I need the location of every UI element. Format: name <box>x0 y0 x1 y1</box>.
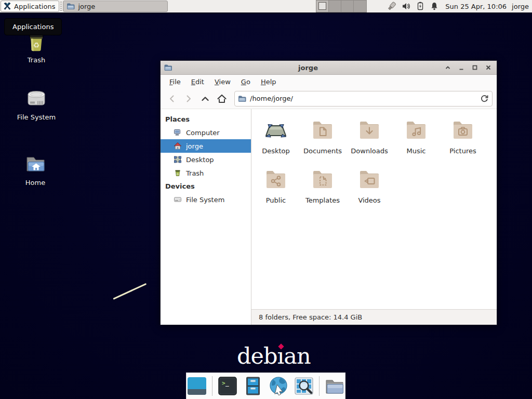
clock[interactable]: Sun 25 Apr, 10:06 <box>445 3 507 10</box>
dock-separator <box>212 376 212 396</box>
places-header: Places <box>161 113 251 126</box>
tooltip-text: Applications <box>12 23 54 31</box>
bottom-dock: > _ <box>186 373 345 399</box>
directory-menu-icon[interactable] <box>324 376 345 396</box>
menu-view[interactable]: View <box>210 76 235 87</box>
sidebar-item-label: File System <box>186 196 224 204</box>
home-folder-icon <box>23 152 49 177</box>
file-label: Videos <box>358 196 380 204</box>
sidebar-item-label: jorge <box>186 142 203 150</box>
shade-button[interactable] <box>444 63 452 72</box>
app-finder-icon[interactable] <box>294 376 314 396</box>
file-item-documents[interactable]: Documents <box>299 118 346 155</box>
file-icon-view[interactable]: Desktop Documents <box>251 109 497 309</box>
back-button[interactable] <box>165 91 179 106</box>
pictures-folder-icon <box>450 118 475 143</box>
logo-text: deb <box>237 343 277 369</box>
file-label: Public <box>266 196 286 204</box>
file-label: Templates <box>305 196 340 204</box>
forward-button[interactable] <box>181 91 196 106</box>
sidebar-item-computer[interactable]: Computer <box>161 126 251 139</box>
menubar: File Edit View Go Help <box>161 75 497 88</box>
panel-user-label[interactable]: jorge <box>512 3 529 10</box>
desktop-scribble-line <box>113 283 147 300</box>
file-label: Pictures <box>449 147 476 155</box>
svg-text:_: _ <box>225 380 229 387</box>
videos-folder-icon <box>357 167 382 192</box>
volume-icon[interactable] <box>402 2 411 11</box>
menu-file[interactable]: File <box>165 76 185 87</box>
panel-grip[interactable] <box>60 2 62 11</box>
removable-device-icon[interactable] <box>387 1 397 11</box>
workspace-4[interactable] <box>354 1 366 12</box>
logo-text: an <box>284 343 310 369</box>
path-text[interactable]: /home/jorge/ <box>250 95 476 102</box>
computer-icon <box>174 128 182 137</box>
file-item-desktop[interactable]: Desktop <box>252 118 299 155</box>
file-item-downloads[interactable]: Downloads <box>346 118 393 155</box>
top-panel: Applications jorge <box>0 0 532 14</box>
sidebar-item-jorge[interactable]: jorge <box>161 139 251 153</box>
workspace-1[interactable] <box>316 1 329 12</box>
applications-tooltip: Applications <box>4 18 62 35</box>
home-icon <box>174 142 182 150</box>
templates-folder-icon <box>310 167 335 192</box>
workspace-2[interactable] <box>329 1 341 12</box>
file-label: Music <box>407 147 426 155</box>
maximize-button[interactable] <box>471 63 479 72</box>
terminal-icon[interactable]: > _ <box>217 376 238 396</box>
battery-icon[interactable] <box>416 2 425 11</box>
devices-header: Devices <box>161 180 251 193</box>
downloads-folder-icon <box>357 118 382 143</box>
file-item-videos[interactable]: Videos <box>346 167 393 205</box>
sidebar-item-label: Computer <box>186 129 220 137</box>
statusbar-text: 8 folders, Free space: 14.4 GiB <box>259 313 362 321</box>
desktop-plate-icon <box>263 118 288 143</box>
menu-edit[interactable]: Edit <box>187 76 209 87</box>
reload-icon[interactable] <box>480 94 489 103</box>
workspace-3[interactable] <box>341 1 354 12</box>
titlebar[interactable]: jorge <box>161 61 497 75</box>
file-manager-icon[interactable] <box>243 376 263 396</box>
file-item-pictures[interactable]: Pictures <box>440 118 486 155</box>
file-item-music[interactable]: Music <box>393 118 440 155</box>
file-label: Desktop <box>262 147 290 155</box>
menu-go[interactable]: Go <box>236 76 255 87</box>
web-browser-icon[interactable] <box>268 376 289 396</box>
close-button[interactable] <box>484 63 493 72</box>
sidebar: Places Computer jorge <box>161 109 251 325</box>
menu-help[interactable]: Help <box>256 76 281 87</box>
file-label: Downloads <box>351 147 388 155</box>
system-tray <box>387 1 439 11</box>
taskbar-window-button[interactable]: jorge <box>63 1 168 12</box>
file-item-public[interactable]: Public <box>252 167 299 205</box>
minimize-button[interactable] <box>457 63 466 72</box>
workspace-switcher <box>316 0 367 12</box>
file-label: Documents <box>303 147 342 155</box>
window-title: jorge <box>172 64 444 72</box>
notification-bell-icon[interactable] <box>430 2 439 11</box>
show-desktop-icon[interactable] <box>187 376 207 396</box>
desktop-icon-filesystem[interactable]: File System <box>11 86 61 121</box>
sidebar-item-trash[interactable]: ♻ Trash <box>161 166 251 180</box>
dock-separator <box>319 376 320 396</box>
debian-logo: debıan <box>237 343 311 369</box>
applications-button[interactable]: Applications <box>1 1 59 12</box>
sidebar-item-file-system[interactable]: File System <box>161 193 251 206</box>
documents-folder-icon <box>310 118 335 143</box>
home-button[interactable] <box>215 91 229 106</box>
file-item-templates[interactable]: Templates <box>299 167 346 205</box>
file-manager-window: jorge File Edit View Go Help <box>160 60 497 325</box>
desktop-icon <box>174 155 182 164</box>
desktop-icon-home[interactable]: Home <box>10 152 60 187</box>
up-button[interactable] <box>198 91 212 106</box>
toolbar: /home/jorge/ <box>161 88 497 109</box>
window-folder-icon <box>164 63 172 72</box>
music-folder-icon <box>404 118 429 143</box>
public-folder-icon <box>263 167 288 192</box>
sidebar-item-label: Trash <box>186 169 204 177</box>
statusbar: 8 folders, Free space: 14.4 GiB <box>251 309 497 325</box>
sidebar-item-desktop[interactable]: Desktop <box>161 153 251 166</box>
desktop-icon-label: File System <box>11 113 61 121</box>
location-bar[interactable]: /home/jorge/ <box>234 91 493 107</box>
